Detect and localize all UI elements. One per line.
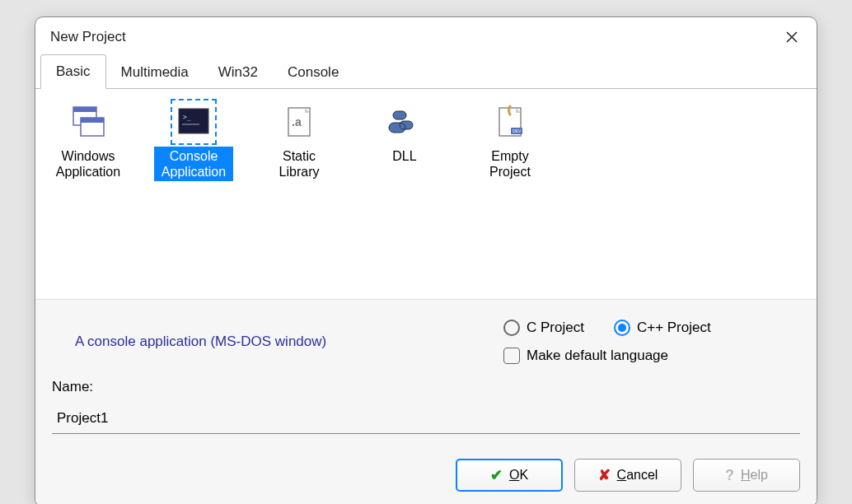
name-label: Name: bbox=[52, 379, 800, 395]
template-dll[interactable]: DLL bbox=[363, 100, 446, 287]
check-icon: ✔ bbox=[490, 466, 503, 484]
dialog-title: New Project bbox=[50, 29, 126, 45]
radio-c-project[interactable]: C Project bbox=[503, 320, 584, 336]
tab-win32[interactable]: Win32 bbox=[204, 56, 273, 89]
template-label: Windows Application bbox=[49, 147, 128, 181]
console-app-icon: >_ bbox=[174, 102, 213, 142]
svg-rect-3 bbox=[81, 118, 104, 123]
template-label: Empty Project bbox=[470, 147, 550, 181]
svg-text:>_: >_ bbox=[183, 114, 191, 121]
svg-rect-1 bbox=[73, 107, 96, 112]
ok-button[interactable]: ✔ OK bbox=[456, 459, 563, 492]
button-row: ✔ OK ✘ Cancel ? Help bbox=[35, 447, 817, 504]
svg-rect-4 bbox=[179, 109, 208, 133]
template-list: Windows Application >_ Console Applicati… bbox=[35, 89, 817, 299]
help-icon: ? bbox=[725, 467, 734, 484]
template-label: Static Library bbox=[260, 147, 339, 181]
template-windows-application[interactable]: Windows Application bbox=[47, 100, 129, 287]
tab-console[interactable]: Console bbox=[273, 56, 353, 89]
name-input[interactable] bbox=[52, 404, 800, 434]
radio-cpp-project[interactable]: C++ Project bbox=[614, 320, 711, 336]
dll-icon bbox=[385, 102, 424, 142]
tab-bar: Basic Multimedia Win32 Console bbox=[35, 54, 817, 89]
static-library-icon: .a bbox=[279, 102, 319, 142]
template-description: A console application (MS-DOS window) bbox=[52, 334, 470, 350]
titlebar: New Project bbox=[35, 17, 817, 54]
button-label: OK bbox=[509, 468, 528, 483]
template-console-application[interactable]: >_ Console Application bbox=[152, 100, 235, 287]
new-project-dialog: New Project Basic Multimedia Win32 Conso… bbox=[35, 16, 817, 504]
template-static-library[interactable]: .a Static Library bbox=[258, 100, 340, 287]
checkbox-make-default[interactable]: Make default language bbox=[503, 348, 800, 364]
tab-multimedia[interactable]: Multimedia bbox=[106, 56, 204, 89]
svg-text:DEV: DEV bbox=[513, 128, 522, 133]
template-empty-project[interactable]: DEV Empty Project bbox=[469, 100, 551, 287]
radio-icon bbox=[503, 320, 520, 336]
tab-basic[interactable]: Basic bbox=[40, 54, 106, 89]
empty-project-icon: DEV bbox=[490, 102, 530, 142]
close-icon[interactable] bbox=[782, 27, 802, 47]
checkbox-icon bbox=[503, 348, 520, 364]
svg-text:.a: .a bbox=[292, 115, 302, 128]
windows-app-icon bbox=[68, 102, 108, 142]
template-label: Console Application bbox=[154, 147, 233, 181]
checkbox-label: Make default language bbox=[527, 348, 668, 364]
radio-label: C++ Project bbox=[637, 320, 711, 336]
button-label: Cancel bbox=[617, 468, 658, 483]
project-options: C Project C++ Project Make default langu… bbox=[503, 320, 800, 364]
radio-icon bbox=[614, 320, 630, 336]
lower-panel: A console application (MS-DOS window) C … bbox=[35, 299, 817, 447]
cancel-button[interactable]: ✘ Cancel bbox=[574, 459, 681, 492]
template-label: DLL bbox=[389, 147, 419, 166]
button-label: Help bbox=[741, 468, 768, 483]
radio-label: C Project bbox=[527, 320, 584, 336]
x-icon: ✘ bbox=[598, 466, 611, 484]
help-button[interactable]: ? Help bbox=[693, 459, 800, 492]
